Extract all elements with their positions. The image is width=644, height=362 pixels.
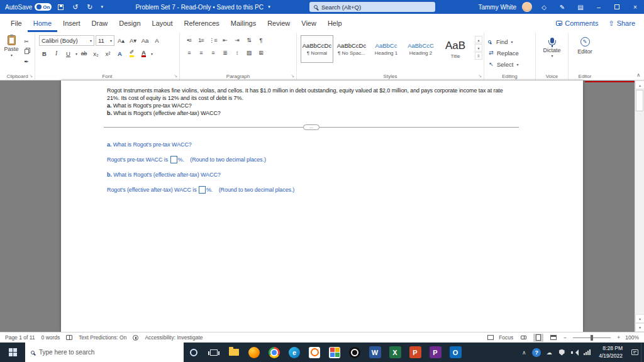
- decrease-indent-button[interactable]: ⇤: [219, 35, 230, 45]
- autosave-switch[interactable]: On: [35, 3, 52, 11]
- zoom-slider-thumb[interactable]: [591, 335, 593, 341]
- quick-access-caret-icon[interactable]: ▾: [99, 4, 105, 9]
- font-dialog-launcher-icon[interactable]: ↘: [174, 74, 177, 79]
- action-center-button[interactable]: [628, 343, 641, 362]
- zoom-slider[interactable]: [573, 337, 611, 338]
- onedrive-tray-icon[interactable]: ☁: [543, 343, 555, 362]
- increase-indent-button[interactable]: ⇥: [231, 35, 242, 45]
- style-normal[interactable]: AaBbCcDc ¶ Normal: [301, 35, 333, 63]
- style-no-spacing[interactable]: AaBbCcDc ¶ No Spac...: [335, 35, 368, 63]
- cortana-button[interactable]: [184, 343, 204, 362]
- tab-references[interactable]: References: [179, 14, 225, 32]
- font-color-button[interactable]: A: [138, 48, 149, 58]
- pearson-app-button[interactable]: P: [425, 343, 445, 362]
- outlook-button[interactable]: O: [445, 343, 465, 362]
- part-a-answer-input[interactable]: [170, 156, 177, 163]
- chrome-button[interactable]: [264, 343, 284, 362]
- shading-button[interactable]: ▨: [243, 48, 254, 58]
- font-family-select[interactable]: Calibri (Body) ▾: [39, 35, 94, 46]
- borders-button[interactable]: ⊞: [255, 48, 266, 58]
- firefox-button[interactable]: [244, 343, 264, 362]
- title-caret-icon[interactable]: ▾: [266, 4, 272, 9]
- dictate-caret-icon[interactable]: ▾: [551, 53, 553, 58]
- part-b-answer-input[interactable]: [199, 186, 206, 194]
- comments-button[interactable]: Comments: [556, 19, 598, 27]
- dark-circle-app-button[interactable]: [345, 343, 365, 362]
- ribbon-display-options-icon[interactable]: ▤: [574, 0, 587, 14]
- text-effects-button[interactable]: A: [114, 48, 125, 58]
- superscript-button[interactable]: x²: [103, 48, 113, 58]
- zoom-level[interactable]: 100%: [625, 334, 639, 341]
- tab-view[interactable]: View: [296, 14, 322, 32]
- find-button[interactable]: Find ▾: [488, 36, 534, 47]
- redo-button[interactable]: ↻: [84, 1, 95, 13]
- cut-button[interactable]: ✂: [21, 37, 31, 46]
- tray-help-button[interactable]: ?: [530, 343, 543, 362]
- clear-formatting-button[interactable]: A: [152, 36, 162, 46]
- document-page[interactable]: Rogot Instruments makes fine violins, vi…: [61, 80, 583, 332]
- multilevel-list-button[interactable]: ⋮≡: [208, 35, 218, 45]
- collapse-ribbon-icon[interactable]: ∧: [636, 72, 640, 78]
- vertical-scrollbar[interactable]: ▴ ▾ ●: [635, 80, 644, 332]
- style-heading-1[interactable]: AaBbCc Heading 1: [370, 35, 402, 63]
- divider-expand-button[interactable]: ...: [303, 124, 319, 130]
- minimize-button[interactable]: –: [592, 0, 605, 14]
- bullet-list-button[interactable]: •≡: [184, 35, 194, 45]
- save-button[interactable]: [55, 1, 66, 13]
- paragraph-dialog-launcher-icon[interactable]: ↘: [291, 74, 294, 79]
- underline-caret-icon[interactable]: ▾: [75, 52, 77, 56]
- font-color-caret-icon[interactable]: ▾: [151, 52, 153, 56]
- editor-label[interactable]: Editor: [577, 48, 592, 55]
- paste-button[interactable]: Paste ▾: [3, 35, 20, 71]
- format-painter-button[interactable]: ✒: [21, 57, 31, 66]
- styles-scroll-up-button[interactable]: ▴: [475, 36, 482, 43]
- ink-pen-icon[interactable]: ✎: [556, 0, 569, 14]
- browse-object-button[interactable]: ●: [635, 323, 644, 332]
- numbered-list-button[interactable]: 1≡: [196, 35, 206, 45]
- tab-draw[interactable]: Draw: [86, 14, 114, 32]
- powerpoint-button[interactable]: P: [405, 343, 425, 362]
- tab-home[interactable]: Home: [28, 14, 57, 32]
- sort-button[interactable]: ⇅: [243, 35, 254, 45]
- taskbar-search-input[interactable]: Type here to search: [25, 343, 184, 362]
- grow-font-button[interactable]: A▴: [116, 36, 126, 46]
- titlebar-search[interactable]: Search (Alt+Q): [309, 2, 435, 12]
- select-button[interactable]: ↖ Select ▾: [488, 58, 534, 70]
- scroll-down-button[interactable]: ▾: [635, 314, 644, 323]
- tab-design[interactable]: Design: [113, 14, 146, 32]
- presenter-icon[interactable]: ◇: [538, 0, 550, 14]
- highlight-button[interactable]: ✐: [126, 48, 137, 58]
- tab-mailings[interactable]: Mailings: [225, 14, 262, 32]
- tab-file[interactable]: File: [5, 14, 28, 32]
- proofing-icon[interactable]: [66, 335, 72, 340]
- volume-tray-button[interactable]: [568, 343, 580, 362]
- file-explorer-button[interactable]: [224, 343, 244, 362]
- user-name[interactable]: Tammy White: [478, 4, 516, 11]
- subscript-button[interactable]: x₂: [91, 48, 101, 58]
- show-marks-button[interactable]: ¶: [255, 35, 266, 45]
- restore-button[interactable]: [611, 0, 623, 14]
- share-button[interactable]: ⇧ Share: [608, 19, 635, 28]
- page-indicator[interactable]: Page 1 of 11: [5, 334, 35, 341]
- change-case-button[interactable]: Aa: [140, 36, 150, 46]
- copy-button[interactable]: [21, 47, 31, 56]
- user-avatar[interactable]: [522, 2, 532, 12]
- scroll-up-button[interactable]: ▴: [635, 80, 644, 89]
- styles-more-button[interactable]: ≡: [475, 52, 482, 60]
- close-button[interactable]: ×: [629, 0, 641, 14]
- font-size-select[interactable]: 11 ▾: [96, 35, 114, 46]
- word-button[interactable]: W: [365, 343, 385, 362]
- underline-button[interactable]: U: [63, 48, 74, 58]
- tab-layout[interactable]: Layout: [147, 14, 179, 32]
- focus-button[interactable]: Focus: [499, 334, 513, 341]
- network-tray-button[interactable]: [580, 343, 593, 362]
- style-heading-2[interactable]: AaBbCcC Heading 2: [404, 35, 437, 63]
- clipboard-dialog-launcher-icon[interactable]: ↘: [29, 74, 33, 79]
- styles-scroll-down-button[interactable]: ▾: [475, 44, 482, 52]
- excel-button[interactable]: X: [385, 343, 405, 362]
- italic-button[interactable]: I: [51, 48, 62, 58]
- zoom-in-button[interactable]: +: [617, 334, 620, 341]
- orbit-app-button[interactable]: [304, 343, 325, 362]
- web-layout-button[interactable]: [548, 334, 558, 342]
- shrink-font-button[interactable]: A▾: [128, 36, 138, 46]
